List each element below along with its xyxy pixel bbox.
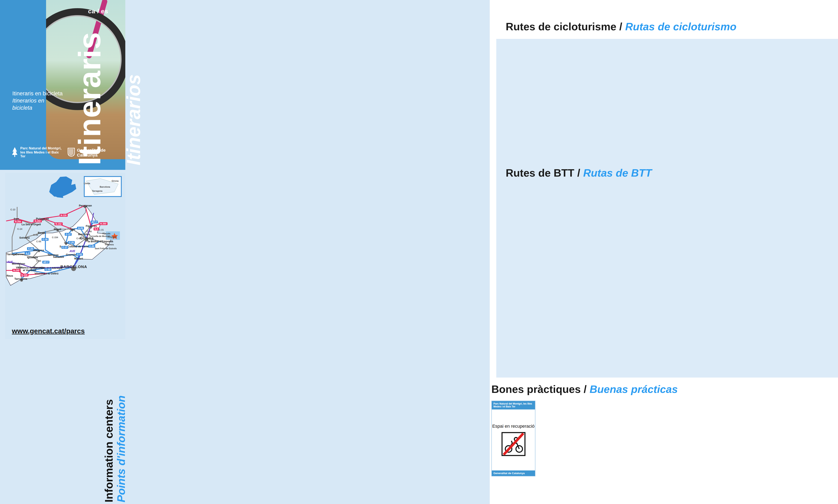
cyclo-table-title: Rutes de cicloturisme / Rutas de ciclotu… (506, 20, 736, 33)
map-road-label: C-16 (41, 238, 49, 241)
generalitat-shield-icon (68, 148, 75, 158)
sign-label: Espai en recuperació (492, 424, 535, 429)
map-road-label: N-340 (20, 274, 29, 276)
map-city-label: Vic (64, 241, 68, 244)
map-road-label: N-240 (12, 269, 20, 272)
map-road-label: AP-7 (42, 261, 49, 264)
map-road-label: C-17 (62, 246, 68, 249)
map-road-label: C-32 (45, 268, 51, 271)
map-road-label: C-66 (86, 230, 93, 233)
inset-city-label: Lleida (84, 182, 90, 184)
map-city-label: la Bisbal d'Empordà (88, 240, 113, 243)
map-city-label: Sabadell (53, 255, 64, 258)
map-road-label: N-260 (14, 220, 22, 223)
inset-city-label: Tarragona (92, 190, 102, 192)
map-city-label: La Seu d'Urgell (21, 223, 41, 226)
map-city-label: Cervera (16, 253, 25, 256)
map-road-label: C-154 (51, 236, 59, 239)
generalitat-logo-label: Generalitat de Catalunya (77, 148, 125, 158)
brochure-page: ca / es Itineraris Itinerarios Itinerari… (0, 0, 838, 504)
map-city-label: Sant Feliu de Guíxols (95, 247, 117, 250)
map-city-label: l'Escala (102, 232, 110, 235)
map-city-label: Vilanova i la Geltrú (35, 272, 58, 275)
practices-title: Bones pràctiques / Buenas prácticas (491, 383, 678, 395)
map-labels: PerpignanSortPuigcerdàLa Seu d'UrgellFig… (5, 173, 125, 339)
map-city-label: l'Estartit (108, 236, 117, 238)
map-city-label: Montblanc (12, 262, 25, 265)
parc-logo-label: Parc Natural del Montgrí, les Illes Mede… (20, 146, 63, 158)
map-road-label: C-35 (88, 245, 95, 248)
cyclo-title-es: Rutas de cicloturismo (625, 21, 736, 33)
map-city-label: el Vendrell (23, 269, 36, 272)
points-information-vertical-title: Points d'information (115, 395, 127, 502)
map-road-label: AP-7 (90, 221, 98, 223)
map-road-label: C-13 (10, 208, 16, 211)
map-road-label: C-51 (17, 266, 24, 269)
gencat-parcs-link[interactable]: www.gencat.cat/parcs (12, 327, 85, 335)
map-road-label: C-37 (65, 233, 72, 236)
no-bike-icon (501, 432, 526, 456)
inset-city-label: Girona (111, 180, 119, 182)
btt-table-title: Rutes de BTT / Rutas de BTT (506, 167, 652, 179)
language-tag: ca / es (88, 8, 108, 15)
map-city-label: Tarragona (14, 277, 27, 280)
map-road-label: C-31 (98, 228, 105, 231)
map-road-label: A-26 (77, 227, 84, 230)
map-city-label: Ripoll (54, 228, 61, 231)
sign-generalitat-footer: Generalitat de Catalunya (492, 470, 535, 476)
middle-background (125, 0, 490, 504)
map-city-label: Igualada (27, 256, 38, 259)
map-road-label: N-152 (54, 222, 63, 225)
btt-title-ca: Rutes de BTT (506, 167, 574, 179)
cover-title-ca: Itineraris (72, 32, 107, 165)
btt-title-es: Rutas de BTT (583, 167, 652, 179)
map-road-label: N-260 (34, 220, 42, 222)
map-city-label: Palamós (105, 243, 114, 246)
map-road-label: C-15 (35, 259, 42, 262)
map-road-label: N-260 (99, 222, 107, 225)
map-city-label: Solsona (19, 236, 30, 239)
cover-title-es: Itinerarios (123, 74, 144, 165)
cyclo-title-ca: Rutes de cicloturisme (506, 21, 616, 33)
inset-city-label: Barcelona (100, 185, 110, 188)
parc-logo: Parc Natural del Montgrí, les Illes Mede… (11, 146, 63, 158)
map-road-label: C-55 (35, 240, 42, 243)
cover-block: ca / es Itineraris Itinerarios Itinerari… (0, 0, 125, 170)
map-road-label: N-116 (59, 214, 68, 217)
map-road-label: AVE (6, 260, 14, 264)
parc-tree-icon (11, 146, 18, 158)
map-city-label: Olot (70, 228, 75, 231)
map-road-label: C-14 (16, 228, 23, 230)
cover-subtitle: Itineraris en bicicleta Itinerarios en b… (12, 90, 66, 111)
map-road-label: C-63 (75, 237, 82, 240)
information-centers-en: Information centers (103, 399, 115, 502)
map-road-label: C-25 (68, 241, 75, 244)
space-recovery-sign: Parc Natural del Montgrí, les Illes Mede… (491, 401, 536, 476)
map-city-label: Sort (14, 217, 19, 220)
map-city-label: Torroella de Montgrí (89, 235, 110, 237)
map-road-label: AVE (68, 249, 76, 253)
map-city-label: Reus (6, 274, 13, 277)
map-road-label: C-26 (32, 233, 39, 236)
points-information-fr: Points d'information (115, 395, 127, 502)
cover-subtitle-es: Itinerarios en bicicleta (12, 97, 66, 111)
title-separator: / (619, 21, 622, 33)
map-city-label: Mataró (74, 257, 83, 260)
map-city-label: BARCELONA (60, 265, 87, 269)
location-map: PerpignanSortPuigcerdàLa Seu d'UrgellFig… (5, 173, 125, 339)
map-road-label: A-2 (25, 252, 31, 255)
routes-panel-background (496, 39, 838, 378)
sign-parc-header: Parc Natural del Montgrí, les Illes Mede… (492, 401, 535, 410)
map-city-label: Banyoles (78, 233, 90, 236)
map-road-label: C-25 (27, 247, 34, 250)
map-city-label: Figueres (86, 224, 97, 228)
map-city-label: Tàrrega (6, 253, 16, 256)
generalitat-logo: Generalitat de Catalunya (68, 148, 125, 158)
map-city-label: Manresa (33, 248, 44, 251)
information-centers-vertical-title: Information centers (102, 399, 115, 502)
practices-title-es: Buenas prácticas (590, 383, 678, 395)
map-road-label: C-32 (76, 253, 83, 256)
practices-title-ca: Bones pràctiques (491, 383, 581, 395)
map-city-label: Perpignan (79, 204, 92, 207)
cover-subtitle-ca: Itineraris en bicicleta (12, 90, 66, 97)
